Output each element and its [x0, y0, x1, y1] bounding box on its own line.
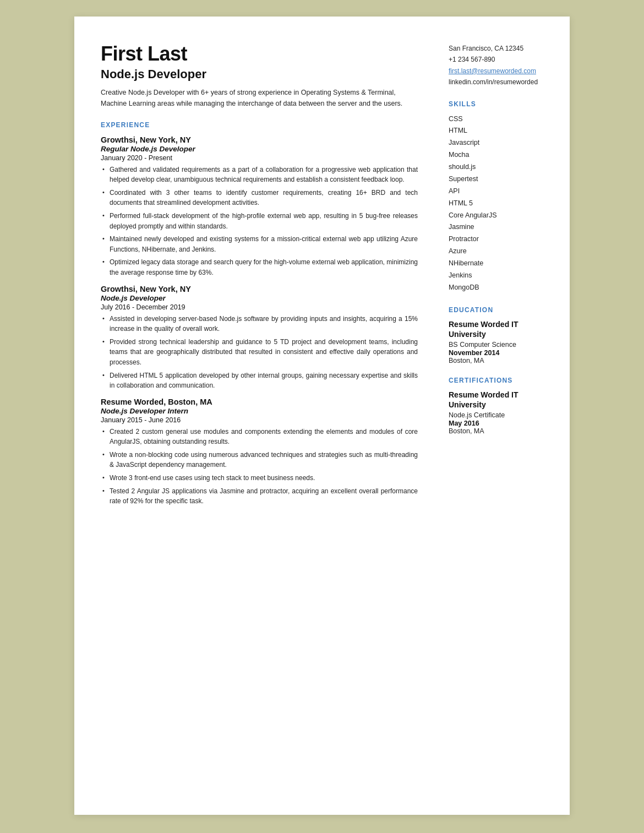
resume-document: First Last Node.js Developer Creative No…: [74, 17, 570, 815]
list-item: Tested 2 Angular JS applications via Jas…: [101, 486, 418, 507]
skill-item: Supertest: [449, 173, 552, 186]
list-item: Delivered HTML 5 application developed b…: [101, 371, 418, 391]
edu1-degree: BS Computer Science: [449, 341, 552, 349]
exp3-role: Node.js Developer Intern: [101, 407, 418, 415]
exp1-dates: January 2020 - Present: [101, 154, 418, 162]
exp3-dates: January 2015 - June 2016: [101, 416, 418, 424]
exp2-company: Growthsi, New York, NY: [101, 285, 418, 293]
edu1-institution: Resume Worded IT University: [449, 319, 552, 339]
contact-email[interactable]: first.last@resumeworded.com: [449, 66, 552, 77]
left-column: First Last Node.js Developer Creative No…: [74, 43, 438, 788]
edu1-location: Boston, MA: [449, 357, 552, 364]
exp2-dates: July 2016 - December 2019: [101, 303, 418, 311]
skill-item: MongoDB: [449, 282, 552, 294]
exp1-company: Growthsi, New York, NY: [101, 135, 418, 144]
list-item: Created 2 custom general use modules and…: [101, 427, 418, 447]
skills-list: CSS HTML Javascript Mocha should.js Supe…: [449, 113, 552, 294]
certifications-section-header: CERTIFICATIONS: [449, 377, 552, 384]
exp1-role: Regular Node.js Developer: [101, 145, 418, 153]
skill-item: Protractor: [449, 233, 552, 246]
list-item: Coordinated with 3 other teams to identi…: [101, 188, 418, 208]
candidate-title: Node.js Developer: [101, 67, 418, 81]
exp2-bullets: Assisted in developing server-based Node…: [101, 314, 418, 391]
experience-entry-1: Growthsi, New York, NY Regular Node.js D…: [101, 135, 418, 278]
cert1-institution: Resume Worded IT University: [449, 390, 552, 410]
edu1-date: November 2014: [449, 349, 552, 357]
education-section-header: EDUCATION: [449, 306, 552, 314]
skill-item: HTML: [449, 125, 552, 137]
skill-item: Javascript: [449, 137, 552, 149]
list-item: Wrote 3 front-end use cases using tech s…: [101, 473, 418, 483]
list-item: Optimized legacy data storage and search…: [101, 257, 418, 277]
right-column: San Francisco, CA 12345 +1 234 567-890 f…: [438, 43, 570, 788]
list-item: Performed full-stack development of the …: [101, 211, 418, 231]
skill-item: should.js: [449, 161, 552, 173]
experience-entry-2: Growthsi, New York, NY Node.js Developer…: [101, 285, 418, 391]
exp3-bullets: Created 2 custom general use modules and…: [101, 427, 418, 507]
skill-item: API: [449, 186, 552, 198]
contact-address: San Francisco, CA 12345: [449, 43, 552, 54]
skill-item: Jasmine: [449, 221, 552, 233]
list-item: Assisted in developing server-based Node…: [101, 314, 418, 334]
experience-section-header: EXPERIENCE: [101, 121, 418, 129]
list-item: Maintained newly developed and existing …: [101, 234, 418, 254]
skill-item: NHibernate: [449, 258, 552, 270]
contact-linkedin: linkedin.com/in/resumeworded: [449, 77, 552, 88]
list-item: Provided strong technical leadership and…: [101, 337, 418, 368]
skills-section-header: SKILLS: [449, 100, 552, 108]
skill-item: Core AngularJS: [449, 210, 552, 222]
skill-item: CSS: [449, 113, 552, 126]
skill-item: Jenkins: [449, 270, 552, 282]
candidate-name: First Last: [101, 43, 418, 65]
list-item: Gathered and validated requirements as a…: [101, 165, 418, 185]
list-item: Wrote a non-blocking code using numerous…: [101, 450, 418, 470]
cert1-cert: Node.js Certificate: [449, 411, 552, 419]
cert1-location: Boston, MA: [449, 427, 552, 435]
exp3-company: Resume Worded, Boston, MA: [101, 398, 418, 406]
education-entry-1: Resume Worded IT University BS Computer …: [449, 319, 552, 364]
exp2-role: Node.js Developer: [101, 294, 418, 302]
experience-entry-3: Resume Worded, Boston, MA Node.js Develo…: [101, 398, 418, 507]
contact-phone: +1 234 567-890: [449, 54, 552, 65]
exp1-bullets: Gathered and validated requirements as a…: [101, 165, 418, 278]
skill-item: HTML 5: [449, 198, 552, 210]
contact-info: San Francisco, CA 12345 +1 234 567-890 f…: [449, 43, 552, 88]
cert1-date: May 2016: [449, 420, 552, 427]
candidate-summary: Creative Node.js Developer with 6+ years…: [101, 87, 418, 109]
certification-entry-1: Resume Worded IT University Node.js Cert…: [449, 390, 552, 435]
skill-item: Mocha: [449, 149, 552, 161]
skill-item: Azure: [449, 246, 552, 258]
